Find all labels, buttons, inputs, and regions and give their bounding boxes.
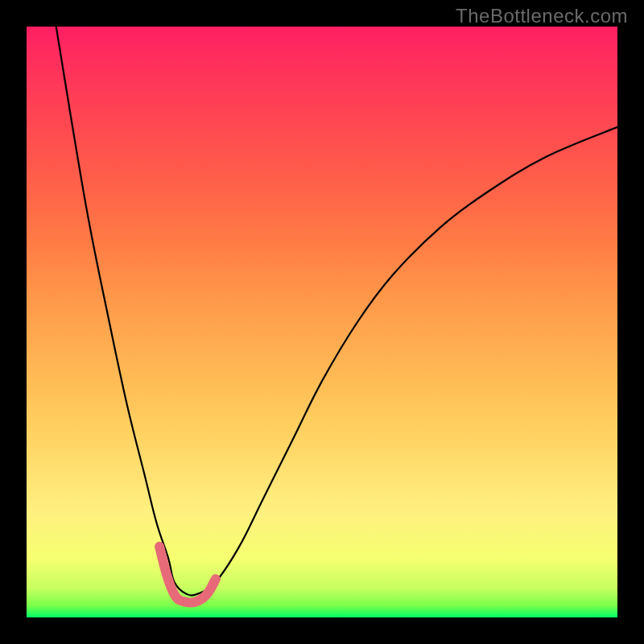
watermark: TheBottleneck.com <box>456 5 628 27</box>
black-curve <box>56 27 617 596</box>
plot-area <box>27 27 617 617</box>
chart-svg <box>27 27 617 617</box>
